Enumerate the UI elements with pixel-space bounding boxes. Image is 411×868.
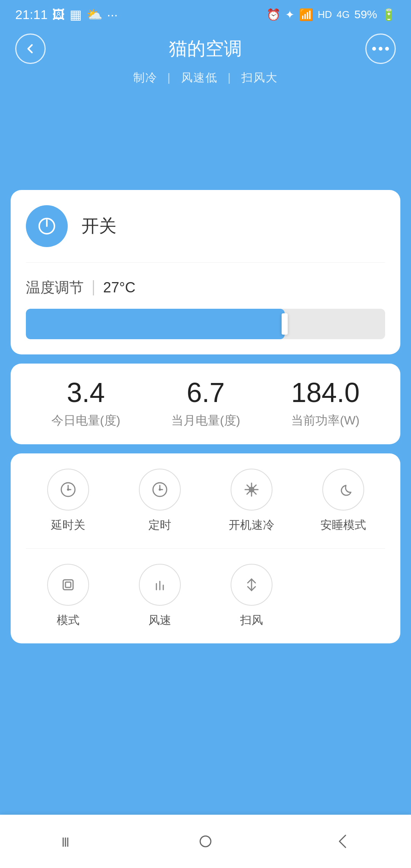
page-title: 猫的空调 — [169, 37, 242, 61]
status-battery: 59% — [354, 8, 377, 21]
nav-back-button[interactable] — [304, 826, 381, 857]
svg-point-3 — [67, 488, 69, 491]
power-card: 开关 温度调节 27°C — [11, 190, 400, 354]
status-alarm-icon: ⏰ — [266, 8, 280, 21]
sleep-icon-wrap — [322, 469, 364, 511]
status-hd-icon: HD — [318, 9, 332, 21]
top-nav: 猫的空调 — [0, 26, 411, 67]
control-sleep-label: 安睡模式 — [320, 517, 366, 533]
status-more-icon: ··· — [107, 7, 118, 22]
empty-cell — [301, 564, 385, 628]
sweep-icon-wrap — [231, 564, 272, 606]
blue-spacer — [0, 91, 411, 190]
status-weather-icon: ⛅ — [86, 7, 102, 22]
status-wifi-icon: 📶 — [299, 8, 313, 21]
more-button[interactable] — [365, 34, 396, 64]
controls-card: 延时关 定时 开机速冷 — [11, 453, 400, 643]
stat-item-today: 3.4 今日电量(度) — [51, 379, 120, 429]
control-timer-label: 定时 — [148, 517, 171, 533]
control-delay-off[interactable]: 延时关 — [26, 469, 110, 533]
stat-value-power: 184.0 — [291, 379, 360, 406]
temp-slider[interactable] — [26, 309, 385, 339]
sub-status-item3: 扫风大 — [241, 71, 278, 84]
power-button[interactable] — [26, 205, 68, 247]
control-timer[interactable]: 定时 — [118, 469, 202, 533]
stat-item-power: 184.0 当前功率(W) — [291, 379, 360, 429]
svg-rect-11 — [63, 580, 73, 590]
stat-value-today: 3.4 — [67, 379, 105, 406]
sub-status: 制冷 | 风速低 | 扫风大 — [0, 67, 411, 91]
delay-off-icon-wrap — [47, 469, 89, 511]
control-sleep[interactable]: 安睡模式 — [301, 469, 385, 533]
stat-label-today: 今日电量(度) — [51, 412, 120, 429]
svg-rect-12 — [65, 582, 71, 587]
nav-home-button[interactable] — [167, 826, 244, 857]
temp-divider — [93, 280, 94, 295]
control-quick-cool[interactable]: 开机速冷 — [209, 469, 293, 533]
control-quick-cool-label: 开机速冷 — [229, 517, 274, 533]
control-delay-off-label: 延时关 — [51, 517, 85, 533]
power-row: 开关 — [26, 205, 385, 263]
svg-rect-24 — [200, 836, 211, 847]
control-mode-label: 模式 — [57, 613, 80, 628]
timer-icon-wrap — [139, 469, 181, 511]
status-media-icon: ▦ — [70, 7, 82, 22]
stats-card: 3.4 今日电量(度) 6.7 当月电量(度) 184.0 当前功率(W) — [11, 364, 400, 444]
status-signal-icon: 4G — [336, 9, 350, 21]
control-fan-speed[interactable]: 风速 — [118, 564, 202, 628]
temp-row: 温度调节 27°C — [26, 278, 385, 297]
temp-label: 温度调节 — [26, 278, 84, 297]
sub-status-item1: 制冷 — [133, 71, 158, 84]
more-dots-icon — [372, 47, 389, 51]
controls-row1: 延时关 定时 开机速冷 — [26, 469, 385, 533]
nav-recent-button[interactable] — [30, 826, 107, 857]
bottom-padding — [0, 653, 411, 713]
bottom-nav — [0, 815, 411, 868]
svg-point-5 — [159, 488, 161, 491]
back-button[interactable] — [15, 34, 46, 64]
status-bluetooth-icon: ✦ — [285, 8, 295, 21]
control-sweep-label: 扫风 — [240, 613, 263, 628]
quick-cool-icon-wrap — [231, 469, 272, 511]
fan-speed-icon-wrap — [139, 564, 181, 606]
divider1: | — [167, 71, 171, 84]
status-right: ⏰ ✦ 📶 HD 4G 59% 🔋 — [266, 8, 396, 21]
stat-value-month: 6.7 — [187, 379, 225, 406]
status-bar: 21:11 🖼 ▦ ⛅ ··· ⏰ ✦ 📶 HD 4G 59% 🔋 — [0, 0, 411, 26]
stat-label-month: 当月电量(度) — [171, 412, 240, 429]
stat-label-power: 当前功率(W) — [291, 412, 360, 429]
status-photo-icon: 🖼 — [52, 7, 65, 22]
sub-status-item2: 风速低 — [181, 71, 218, 84]
control-sweep[interactable]: 扫风 — [209, 564, 293, 628]
temp-value: 27°C — [103, 279, 135, 296]
status-battery-icon: 🔋 — [382, 8, 396, 21]
power-label: 开关 — [81, 214, 116, 238]
stat-item-month: 6.7 当月电量(度) — [171, 379, 240, 429]
status-left: 21:11 🖼 ▦ ⛅ ··· — [15, 7, 118, 22]
status-time: 21:11 — [15, 7, 48, 22]
controls-row2: 模式 风速 扫风 — [26, 548, 385, 628]
control-mode[interactable]: 模式 — [26, 564, 110, 628]
divider2: | — [228, 71, 231, 84]
mode-icon-wrap — [47, 564, 89, 606]
stats-row: 3.4 今日电量(度) 6.7 当月电量(度) 184.0 当前功率(W) — [26, 379, 385, 429]
control-fan-speed-label: 风速 — [148, 613, 171, 628]
